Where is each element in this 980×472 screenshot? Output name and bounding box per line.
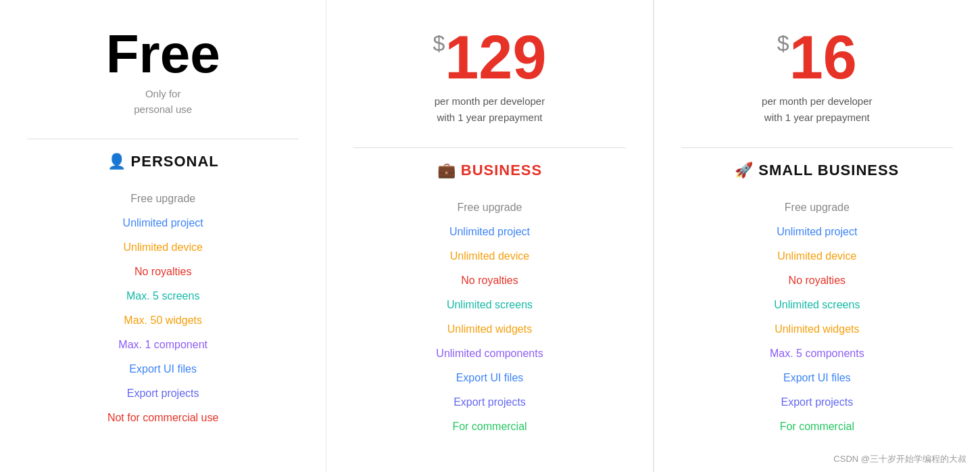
features-list-free: Free upgradeUnlimited projectUnlimited d… — [27, 187, 299, 430]
feature-item: Not for commercial use — [27, 406, 299, 430]
price-dollar: $ — [777, 32, 789, 54]
feature-item: Export projects — [353, 390, 625, 415]
divider-small-business — [681, 147, 953, 148]
plan-icon-business: 💼 — [437, 162, 456, 179]
feature-item: Unlimited device — [353, 244, 625, 268]
price-number: 16 — [789, 27, 857, 88]
feature-item: Unlimited device — [27, 235, 299, 260]
price-number: 129 — [445, 27, 546, 88]
feature-item: Unlimited widgets — [681, 317, 953, 341]
feature-item: For commercial — [681, 415, 953, 439]
feature-item: Unlimited widgets — [353, 317, 625, 341]
feature-item: Free upgrade — [681, 195, 953, 220]
price-period: per month per developerwith 1 year prepa… — [435, 93, 545, 126]
feature-item: Export projects — [681, 390, 953, 415]
feature-item: No royalties — [681, 268, 953, 293]
feature-item: No royalties — [27, 260, 299, 284]
divider-free — [27, 139, 299, 139]
plan-icon-free: 👤 — [107, 153, 126, 170]
price-free: Free — [106, 27, 220, 81]
plan-icon-small-business: 🚀 — [735, 162, 753, 179]
features-list-business: Free upgradeUnlimited projectUnlimited d… — [353, 195, 625, 439]
price-period: per month per developerwith 1 year prepa… — [762, 93, 872, 126]
features-list-small-business: Free upgradeUnlimited projectUnlimited d… — [681, 195, 953, 439]
feature-item: For commercial — [353, 415, 625, 439]
plan-name-free: PERSONAL — [131, 153, 219, 170]
plan-column-small-business: $ 16 per month per developerwith 1 year … — [654, 0, 980, 472]
feature-item: Export UI files — [27, 357, 299, 381]
price-subtitle: Only forpersonal use — [134, 87, 192, 117]
plan-header-free: 👤 PERSONAL — [107, 153, 219, 170]
pricing-container: Free Only forpersonal use 👤 PERSONAL Fre… — [0, 0, 980, 472]
price-row: $ 129 — [433, 27, 547, 88]
plan-header-small-business: 🚀 SMALL BUSINESS — [735, 162, 899, 179]
price-dollar: $ — [433, 32, 445, 54]
feature-item: Max. 5 screens — [27, 284, 299, 308]
feature-item: Max. 1 component — [27, 333, 299, 357]
feature-item: Max. 50 widgets — [27, 308, 299, 333]
watermark: CSDN @三十岁开始学编程的大叔 — [833, 453, 966, 465]
plan-column-business: $ 129 per month per developerwith 1 year… — [326, 0, 653, 472]
feature-item: Free upgrade — [353, 195, 625, 220]
feature-item: Export UI files — [681, 366, 953, 390]
price-row: $ 16 — [777, 27, 857, 88]
plan-name-small-business: SMALL BUSINESS — [758, 162, 899, 179]
feature-item: Unlimited project — [353, 220, 625, 244]
plan-name-business: BUSINESS — [461, 162, 542, 179]
plan-column-free: Free Only forpersonal use 👤 PERSONAL Fre… — [0, 0, 326, 472]
price-area-business: $ 129 per month per developerwith 1 year… — [433, 27, 547, 126]
feature-item: Unlimited screens — [353, 293, 625, 317]
feature-item: No royalties — [353, 268, 625, 293]
price-area-free: Free Only forpersonal use — [106, 27, 220, 117]
feature-item: Unlimited screens — [681, 293, 953, 317]
price-area-small-business: $ 16 per month per developerwith 1 year … — [762, 27, 872, 126]
feature-item: Max. 5 components — [681, 341, 953, 366]
feature-item: Export UI files — [353, 366, 625, 390]
feature-item: Export projects — [27, 381, 299, 406]
feature-item: Unlimited components — [353, 341, 625, 366]
feature-item: Unlimited device — [681, 244, 953, 268]
feature-item: Unlimited project — [27, 211, 299, 235]
plan-header-business: 💼 BUSINESS — [437, 162, 542, 179]
feature-item: Free upgrade — [27, 187, 299, 211]
divider-business — [353, 147, 625, 148]
feature-item: Unlimited project — [681, 220, 953, 244]
